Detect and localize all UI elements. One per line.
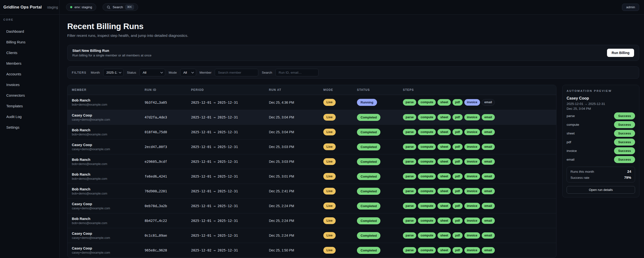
step-badge-sheet: sheet [438,173,451,180]
run-billing-button[interactable]: Run Billing [607,49,634,57]
sidebar-item-accounts[interactable]: Accounts [4,69,56,79]
table-row[interactable]: Casey Coopcasey+demo@example.com47d2fa…4… [68,110,556,124]
status-cell: Completed [357,232,403,239]
mode-cell: Live [323,232,357,239]
member-email: casey+demo@example.com [72,236,144,239]
run-id: fe6ed6…4241 [144,174,191,178]
status-badge: Completed [357,188,380,195]
table-row[interactable]: Casey Coopcasey+demo@example.com965e8c…9… [68,243,556,257]
mode-badge: Live [323,129,336,136]
column-header-steps: STEPS [403,88,552,92]
member-name: Casey Coop [72,202,144,206]
table-row[interactable]: Bob Ranchbob+demo@example.com76d900…2201… [68,184,556,198]
open-run-details-button[interactable]: Open run details [566,186,635,194]
preview-step-status-badge: Success [614,139,635,146]
run-at: Dec 25, 2:24 PM [269,204,323,208]
run-id: e29605…9cdf [144,160,191,164]
status-select[interactable]: All [140,69,165,76]
brand-box: Gridline Ops Portal staging [0,0,60,14]
table-row[interactable]: Bob Ranchbob+demo@example.come29605…9cdf… [68,154,556,169]
sidebar-item-audit-log[interactable]: Audit Log [4,111,56,122]
status-cell: Completed [357,188,403,195]
run-id: 76d900…2201 [144,189,191,193]
step-badge-compute: compute [418,99,436,106]
run-search-input[interactable] [276,69,318,76]
member-email: bob+demo@example.com [72,177,144,181]
run-id: 0c1c81…09ae [144,233,191,237]
run-period: 2025-12-02 → 2025-12-31 [191,248,269,252]
step-badge-parse: parse [403,188,416,195]
step-badge-compute: compute [418,129,436,136]
step-badge-pdf: pdf [452,232,462,239]
mode-select[interactable]: All [180,69,196,76]
env-pill[interactable]: env: staging [66,4,96,11]
run-at: Dec 25, 3:03 PM [269,160,323,164]
preview-step-label: email [566,158,574,161]
preview-step-status-badge: Success [614,130,635,137]
status-badge: Completed [357,173,380,180]
table-row[interactable]: Bob Ranchbob+demo@example.com8b427f…4c22… [68,213,556,228]
mode-badge: Live [323,232,336,239]
steps-cell: parsecomputesheetpdfinvoiceemail [403,114,552,121]
table-row[interactable]: Bob Ranchbob+demo@example.com9b3f42…3a05… [68,95,556,110]
step-badge-email: email [482,232,495,239]
step-badge-invoice: invoice [464,232,480,239]
step-badge-invoice: invoice [464,188,480,195]
sidebar-item-dashboard[interactable]: Dashboard [4,26,56,37]
sidebar-item-billing-runs[interactable]: Billing Runs [4,37,56,47]
sidebar-item-connectors[interactable]: Connectors [4,90,56,100]
table-row[interactable]: Casey Coopcasey+demo@example.com2ecd47…0… [68,139,556,154]
step-badge-invoice: invoice [464,144,480,150]
step-badge-sheet: sheet [438,203,451,209]
mode-badge: Live [323,188,336,195]
member-cell: Casey Coopcasey+demo@example.com [72,113,144,121]
member-cell: Bob Ranchbob+demo@example.com [72,187,144,195]
search-filter-label: Search [262,71,272,74]
global-search-button[interactable]: Search ⌘K [102,4,138,11]
status-filter-label: Status [127,71,136,74]
step-badge-compute: compute [418,217,436,224]
sidebar-item-invoices[interactable]: Invoices [4,79,56,90]
step-badge-compute: compute [418,247,436,254]
preview-step-row: parseSuccess [566,111,635,120]
run-at: Dec 25, 3:04 PM [269,115,323,119]
steps-cell: parsecomputesheetpdfinvoiceemail [403,129,552,136]
member-name: Bob Ranch [72,158,144,162]
step-badge-parse: parse [403,247,416,254]
step-badge-invoice: invoice [464,99,480,106]
member-cell: Casey Coopcasey+demo@example.com [72,202,144,210]
preview-stat-value: 79% [624,176,631,180]
preview-step-status-badge: Success [614,156,635,163]
member-search-input[interactable] [215,69,258,76]
table-header-row: MEMBERRUN IDPERIODRUN ATMODESTATUSSTEPS [68,85,556,95]
sidebar-item-settings[interactable]: Settings [4,122,56,133]
preview-step-row: emailSuccess [566,155,635,164]
table-row[interactable]: Casey Coopcasey+demo@example.com0eb78d…3… [68,198,556,213]
sidebar-item-templates[interactable]: Templates [4,100,56,111]
column-header-member: MEMBER [72,88,144,92]
member-email: bob+demo@example.com [72,133,144,136]
step-badge-pdf: pdf [452,99,462,106]
run-id: 0eb78d…3a2b [144,204,191,208]
table-row[interactable]: Casey Coopcasey+demo@example.com0c1c81…0… [68,228,556,243]
step-badge-parse: parse [403,99,416,106]
steps-cell: parsecomputesheetpdfinvoiceemail [403,144,552,150]
table-row[interactable]: Bob Ranchbob+demo@example.com018f40…75d0… [68,124,556,139]
preview-step-label: compute [566,123,579,126]
status-cell: Completed [357,203,403,210]
step-badge-compute: compute [418,188,436,195]
sidebar-item-members[interactable]: Members [4,58,56,69]
table-row[interactable]: Bob Ranchbob+demo@example.comfe6ed6…4241… [68,169,556,184]
preview-step-row: computeSuccess [566,120,635,129]
month-select[interactable]: 2025-12 [103,69,124,76]
preview-step-label: parse [566,114,575,118]
step-badge-compute: compute [418,114,436,121]
preview-step-row: sheetSuccess [566,129,635,138]
user-menu-button[interactable]: admin [622,4,639,11]
steps-cell: parsecomputesheetpdfinvoiceemail [403,247,552,254]
sidebar-item-clients[interactable]: Clients [4,47,56,58]
member-email: casey+demo@example.com [72,251,144,254]
column-header-mode: MODE [323,88,357,92]
step-badge-sheet: sheet [438,247,451,254]
step-badge-compute: compute [418,159,436,165]
